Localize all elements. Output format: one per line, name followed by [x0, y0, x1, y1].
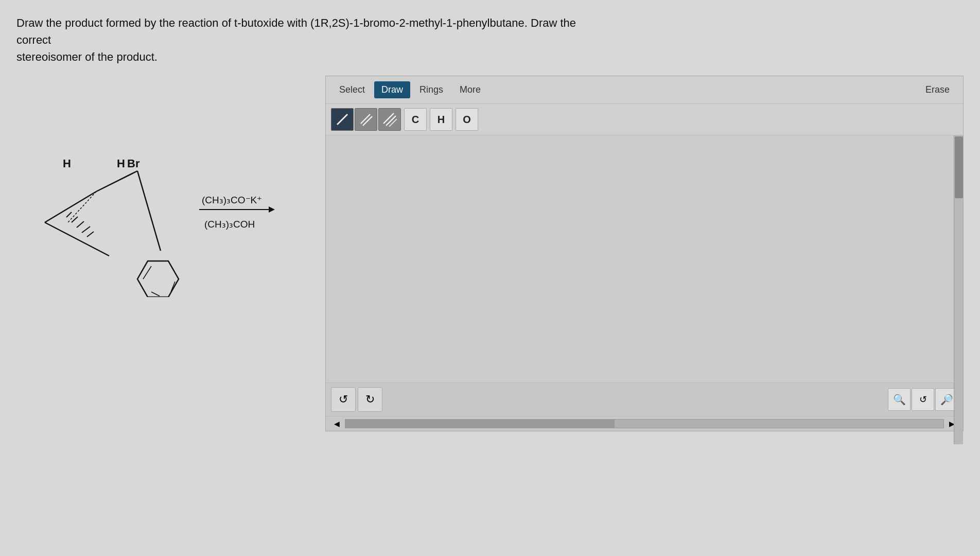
h-label-2: H [117, 157, 125, 170]
arrow-head [269, 206, 275, 213]
question-text: Draw the product formed by the reaction … [16, 14, 583, 65]
horizontal-scrollbar: ◀ ▶ [326, 416, 963, 431]
svg-line-5 [337, 114, 347, 125]
svg-line-0 [66, 212, 72, 217]
top-toolbar: Select Draw Rings More Erase [326, 76, 963, 104]
zoom-group: 🔍 ↺ 🔎 [888, 388, 958, 411]
reaction-structure: H H Br [16, 91, 315, 297]
zoom-in-icon: 🔍 [893, 393, 906, 406]
reagent1-text: (CH₃)₃CO⁻K⁺ [202, 195, 262, 205]
erase-button[interactable]: Erase [918, 81, 957, 98]
phenyl-ring [137, 261, 179, 297]
bottom-toolbar: ↺ ↻ 🔍 ↺ 🔎 [326, 383, 963, 416]
reaction-svg: H H Br [16, 91, 315, 297]
redo-button[interactable]: ↻ [358, 387, 382, 412]
bond-to-br [96, 171, 137, 192]
oxygen-button[interactable]: O [456, 108, 478, 131]
undo-redo-group: ↺ ↻ [331, 387, 382, 412]
reaction-area: H H Br [16, 76, 325, 297]
oxygen-label: O [463, 114, 471, 126]
hydrogen-label: H [437, 114, 445, 126]
triple-bond-icon [382, 112, 397, 127]
more-button[interactable]: More [452, 81, 488, 98]
reagent2-text: (CH₃)₃COH [204, 219, 255, 230]
arom-2 [151, 292, 160, 296]
svg-line-10 [389, 119, 397, 127]
scrollbar-thumb[interactable] [955, 136, 963, 198]
rings-button[interactable]: Rings [412, 81, 450, 98]
carbon-button[interactable]: C [404, 108, 427, 131]
undo-icon: ↺ [339, 393, 348, 406]
zoom-reset-button[interactable]: ↺ [912, 388, 934, 411]
bond-to-phenyl [137, 171, 161, 251]
hydrogen-button[interactable]: H [430, 108, 452, 131]
svg-line-9 [386, 116, 396, 126]
svg-line-3 [82, 227, 90, 233]
wedge-dash-1 [68, 192, 96, 222]
drawing-canvas[interactable] [326, 135, 963, 383]
double-bond-icon [359, 112, 373, 127]
scroll-bar-thumb [345, 420, 615, 428]
scroll-left-arrow[interactable]: ◀ [331, 419, 343, 429]
undo-button[interactable]: ↺ [331, 387, 356, 412]
h-label-1: H [63, 157, 71, 170]
br-label: Br [127, 157, 140, 170]
svg-line-4 [87, 232, 94, 237]
select-button[interactable]: Select [332, 81, 372, 98]
double-bond-button[interactable] [355, 108, 377, 131]
carbon-label: C [412, 114, 419, 126]
draw-button[interactable]: Draw [374, 81, 410, 98]
triple-bond-button[interactable] [378, 108, 401, 131]
drawing-panel: Select Draw Rings More Erase [325, 76, 964, 431]
question-container: Draw the product formed by the reaction … [16, 14, 964, 65]
wedge-bonds [66, 212, 94, 237]
scroll-track[interactable] [345, 419, 944, 428]
main-area: H H Br [16, 76, 964, 431]
svg-line-7 [363, 116, 372, 126]
vertical-scrollbar[interactable] [954, 135, 963, 444]
zoom-reset-icon: ↺ [919, 394, 927, 405]
redo-icon: ↻ [365, 393, 375, 406]
svg-line-6 [361, 114, 370, 124]
single-bond-button[interactable] [331, 108, 354, 131]
svg-line-1 [72, 217, 78, 222]
single-bond-icon [335, 112, 349, 127]
svg-line-2 [77, 221, 84, 228]
zoom-in-button[interactable]: 🔍 [888, 388, 911, 411]
svg-line-8 [383, 113, 394, 124]
bond-toolbar: C H O [326, 104, 963, 135]
zoom-out-icon: 🔎 [940, 393, 953, 406]
bond-left-arm [45, 192, 96, 222]
